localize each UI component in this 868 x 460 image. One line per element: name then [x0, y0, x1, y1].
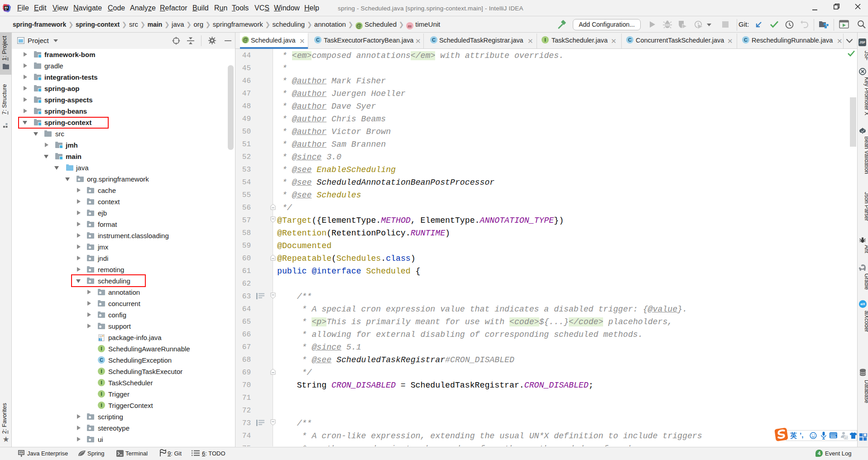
svg-text:EE: EE: [20, 452, 23, 454]
svg-text:17: 17: [844, 436, 848, 439]
svg-text:J: J: [100, 338, 101, 341]
